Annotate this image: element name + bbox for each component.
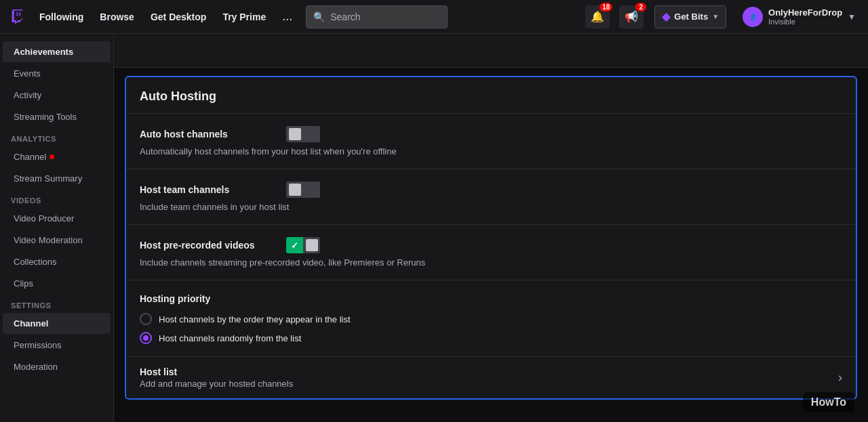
radio-circle-randomly <box>140 332 152 344</box>
sidebar-item-activity[interactable]: Activity <box>3 85 111 106</box>
radio-group: Host channels by the order they appear i… <box>140 313 842 344</box>
sidebar-item-video-moderation[interactable]: Video Moderation <box>3 230 111 251</box>
sidebar-item-achievements[interactable]: Achievements <box>3 41 111 62</box>
alert-icon: 📢 <box>625 10 638 23</box>
check-icon: ✓ <box>291 240 298 251</box>
host-team-channels-toggle[interactable] <box>286 182 320 198</box>
toggle-on-side-2 <box>303 182 320 198</box>
get-bits-button[interactable]: ◆ Get Bits ▼ <box>654 5 726 28</box>
sidebar-label-video-producer: Video Producer <box>14 213 74 224</box>
host-team-channels-header: Host team channels <box>140 182 842 198</box>
sidebar-label-channel-settings: Channel <box>14 318 48 329</box>
user-status: Invisible <box>768 18 842 26</box>
avatar: 👤 <box>743 7 763 27</box>
sidebar-label-permissions: Permissions <box>14 340 62 350</box>
host-prerecorded-header: Host pre-recorded videos ✓ <box>140 237 842 253</box>
notifications-button-1[interactable]: 🔔 18 <box>585 5 610 28</box>
toggle-knob-3 <box>306 239 318 251</box>
analytics-section-label: ANALYTICS <box>0 128 113 146</box>
host-prerecorded-toggle[interactable]: ✓ <box>286 237 320 253</box>
sidebar-item-channel-settings[interactable]: Channel <box>3 313 111 334</box>
host-team-channels-row: Host team channels Include team channels… <box>126 169 856 225</box>
videos-section-label: VIDEOS <box>0 190 113 207</box>
more-nav[interactable]: ... <box>277 7 298 26</box>
auto-host-channels-desc: Automatically host channels from your ho… <box>140 146 842 156</box>
sidebar-item-streaming-tools[interactable]: Streaming Tools <box>3 106 111 127</box>
host-list-row[interactable]: Host list Add and manage your hosted cha… <box>126 357 856 398</box>
radio-circle-by-order <box>140 313 152 325</box>
sidebar-item-collections[interactable]: Collections <box>3 251 111 272</box>
sidebar-item-stream-summary[interactable]: Stream Summary <box>3 168 111 189</box>
sidebar-label-achievements: Achievements <box>14 47 73 57</box>
sidebar-item-moderation[interactable]: Moderation <box>3 356 111 377</box>
sidebar-label-video-moderation: Video Moderation <box>14 235 83 245</box>
get-bits-dropdown-icon: ▼ <box>712 13 719 20</box>
toggle-on-side-3: ✓ <box>286 237 303 253</box>
toggle-off-side-2 <box>286 182 303 198</box>
chevron-right-icon: › <box>838 371 842 385</box>
topnav: Following Browse Get Desktop Try Prime .… <box>0 0 868 34</box>
search-input[interactable] <box>330 12 440 22</box>
notif-badge-2: 2 <box>635 3 646 12</box>
layout: Achievements Events Activity Streaming T… <box>0 34 868 422</box>
hosting-priority-label: Hosting priority <box>140 293 210 304</box>
host-team-channels-desc: Include team channels in your host list <box>140 202 842 212</box>
toggle-knob <box>289 128 301 140</box>
user-dropdown-icon: ▼ <box>848 12 856 22</box>
sidebar-label-events: Events <box>14 68 41 79</box>
host-prerecorded-label: Host pre-recorded videos <box>140 240 275 251</box>
auto-hosting-panel: Auto Hosting Auto host channels Automati… <box>125 76 857 400</box>
sidebar-item-channel[interactable]: Channel <box>3 146 111 167</box>
sidebar-item-video-producer[interactable]: Video Producer <box>3 208 111 229</box>
settings-section-label: SETTINGS <box>0 295 113 312</box>
sidebar-item-events[interactable]: Events <box>3 63 111 84</box>
notifications-button-2[interactable]: 📢 2 <box>619 5 644 28</box>
main-content: Auto Hosting Auto host channels Automati… <box>114 34 868 422</box>
channel-red-dot <box>50 154 54 159</box>
auto-host-channels-toggle[interactable] <box>286 126 320 142</box>
auto-host-channels-label: Auto host channels <box>140 129 275 140</box>
sidebar-item-permissions[interactable]: Permissions <box>3 335 111 356</box>
toggle-off-side <box>286 126 303 142</box>
sidebar-label-collections: Collections <box>14 257 57 267</box>
auto-host-channels-header: Auto host channels <box>140 126 842 142</box>
radio-by-order[interactable]: Host channels by the order they appear i… <box>140 313 842 325</box>
search-icon: 🔍 <box>313 12 325 22</box>
username: OnlyHereForDrop <box>768 7 842 18</box>
scroll-hint <box>114 34 868 68</box>
toggle-on-side <box>303 126 320 142</box>
user-info: OnlyHereForDrop Invisible <box>768 7 842 26</box>
radio-label-randomly: Host channels randomly from the list <box>159 333 301 343</box>
get-desktop-nav[interactable]: Get Desktop <box>145 7 212 26</box>
sidebar-label-stream-summary: Stream Summary <box>14 173 82 184</box>
toggle-knob-2 <box>289 184 301 196</box>
host-prerecorded-desc: Include channels streaming pre-recorded … <box>140 257 842 268</box>
host-list-desc: Add and manage your hosted channels <box>140 379 293 389</box>
auto-host-channels-row: Auto host channels Automatically host ch… <box>126 114 856 169</box>
following-nav[interactable]: Following <box>34 7 89 26</box>
twitch-logo[interactable] <box>8 7 28 27</box>
radio-randomly[interactable]: Host channels randomly from the list <box>140 332 842 344</box>
sidebar-label-streaming-tools: Streaming Tools <box>14 112 77 122</box>
sidebar-label-moderation: Moderation <box>14 362 58 372</box>
host-list-info: Host list Add and manage your hosted cha… <box>140 366 293 389</box>
get-bits-label: Get Bits <box>674 12 708 22</box>
user-section[interactable]: 👤 OnlyHereForDrop Invisible ▼ <box>738 7 860 27</box>
sidebar-item-clips[interactable]: Clips <box>3 273 111 294</box>
host-team-channels-label: Host team channels <box>140 184 275 195</box>
sidebar-label-clips: Clips <box>14 278 33 289</box>
search-bar[interactable]: 🔍 <box>306 5 448 28</box>
host-prerecorded-row: Host pre-recorded videos ✓ Include chann… <box>126 225 856 280</box>
host-list-title: Host list <box>140 366 293 377</box>
try-prime-nav[interactable]: Try Prime <box>217 7 271 26</box>
toggle-off-side-3 <box>303 237 320 253</box>
radio-label-by-order: Host channels by the order they appear i… <box>159 314 351 324</box>
sidebar-label-channel: Channel <box>14 152 46 162</box>
bits-icon: ◆ <box>662 10 670 23</box>
notif-badge-1: 18 <box>599 3 612 12</box>
watermark: HowTo <box>803 392 854 413</box>
sidebar-label-activity: Activity <box>14 90 41 100</box>
auto-hosting-title: Auto Hosting <box>126 77 856 114</box>
browse-nav[interactable]: Browse <box>94 7 140 26</box>
bell-icon: 🔔 <box>591 10 604 23</box>
